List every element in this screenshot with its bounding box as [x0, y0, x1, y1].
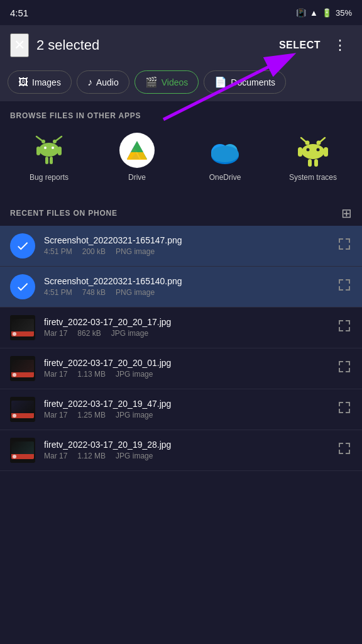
file-expand-1[interactable] [337, 236, 352, 255]
menu-button[interactable]: ⋮ [328, 35, 352, 56]
status-time: 4:51 [10, 8, 28, 18]
file-meta-1: 4:51 PM 200 kB PNG image [44, 247, 328, 256]
battery-text: 35% [336, 8, 352, 18]
tab-images-label: Images [32, 77, 61, 87]
app-item-onedrive[interactable]: OneDrive [200, 133, 250, 183]
svg-marker-19 [127, 152, 147, 160]
svg-point-6 [44, 147, 47, 149]
file-item-3[interactable]: firetv_2022-03-17_20_20_17.jpg Mar 17 86… [0, 308, 362, 348]
file-type-6: JPG image [116, 452, 153, 460]
file-time-5: Mar 17 [44, 411, 67, 419]
app-item-bug-reports[interactable]: Bug reports [24, 133, 74, 183]
tab-images[interactable]: 🖼 Images [8, 70, 72, 94]
file-expand-2[interactable] [337, 277, 352, 296]
file-name-1: Screenshot_20220321-165147.png [44, 235, 328, 245]
file-item-5[interactable]: firetv_2022-03-17_20_19_47.jpg Mar 17 1.… [0, 389, 362, 430]
file-time-4: Mar 17 [44, 370, 67, 379]
status-icons: 📳 ▲ 🔋 35% [296, 8, 352, 18]
file-expand-5[interactable] [337, 400, 352, 418]
onedrive-icon-wrap [207, 133, 243, 168]
file-thumb-5 [10, 397, 35, 422]
drive-label: Drive [128, 173, 146, 183]
svg-marker-17 [131, 141, 143, 152]
browse-section-header: BROWSE FILES IN OTHER APPS [0, 101, 362, 125]
file-checkbox-1[interactable] [10, 233, 35, 258]
file-meta-5: Mar 17 1.25 MB JPG image [44, 411, 328, 419]
file-expand-3[interactable] [337, 318, 352, 336]
images-icon: 🖼 [18, 77, 28, 88]
file-time-3: Mar 17 [44, 329, 67, 338]
videos-icon: 🎬 [145, 76, 158, 88]
svg-point-29 [307, 148, 310, 152]
select-button[interactable]: SELECT [279, 40, 321, 51]
file-item-4[interactable]: firetv_2022-03-17_20_20_01.jpg Mar 17 1.… [0, 348, 362, 389]
vibrate-icon: 📳 [296, 8, 306, 18]
file-name-6: firetv_2022-03-17_20_19_28.jpg [44, 440, 328, 450]
file-meta-3: Mar 17 862 kB JPG image [44, 329, 328, 338]
svg-line-27 [321, 138, 325, 142]
tab-videos[interactable]: 🎬 Videos [134, 70, 199, 94]
tab-audio-label: Audio [96, 77, 119, 87]
system-traces-label: System traces [289, 173, 337, 183]
file-size-5: 1.25 MB [77, 411, 106, 419]
svg-line-4 [57, 136, 62, 140]
page-wrapper: 4:51 📳 ▲ 🔋 35% ✕ 2 selected SELECT ⋮ 🖼 [0, 0, 362, 644]
svg-point-7 [52, 147, 54, 149]
file-meta-4: Mar 17 1.13 MB JPG image [44, 370, 328, 379]
file-type-5: JPG image [116, 411, 153, 419]
file-meta-6: Mar 17 1.12 MB JPG image [44, 452, 328, 460]
file-thumb-3 [10, 315, 35, 340]
file-size-3: 862 kB [77, 329, 101, 338]
file-meta-2: 4:51 PM 748 kB PNG image [44, 288, 328, 297]
file-name-4: firetv_2022-03-17_20_20_01.jpg [44, 358, 328, 368]
file-name-3: firetv_2022-03-17_20_20_17.jpg [44, 317, 328, 327]
file-list: Screenshot_20220321-165147.png 4:51 PM 2… [0, 226, 362, 471]
svg-rect-5 [39, 143, 59, 157]
file-item-6[interactable]: firetv_2022-03-17_20_19_28.jpg Mar 17 1.… [0, 430, 362, 471]
audio-icon: ♪ [87, 77, 92, 88]
svg-rect-10 [45, 157, 48, 164]
svg-rect-8 [36, 147, 40, 155]
tab-audio[interactable]: ♪ Audio [77, 70, 129, 94]
file-time-1: 4:51 PM [44, 247, 72, 256]
file-time-6: Mar 17 [44, 452, 67, 460]
status-bar: 4:51 📳 ▲ 🔋 35% [0, 0, 362, 25]
file-thumb-4 [10, 356, 35, 381]
svg-rect-31 [298, 147, 302, 157]
app-item-system-traces[interactable]: System traces [288, 133, 338, 183]
file-type-3: JPG image [111, 329, 148, 338]
drive-icon-wrap [119, 133, 155, 168]
file-item-1[interactable]: Screenshot_20220321-165147.png 4:51 PM 2… [0, 226, 362, 267]
battery-icon: 🔋 [322, 8, 332, 18]
system-traces-icon-wrap [295, 133, 331, 168]
file-size-2: 748 kB [82, 288, 106, 297]
file-size-1: 200 kB [82, 247, 106, 256]
file-thumb-6 [10, 438, 35, 463]
file-checkbox-2[interactable] [10, 274, 35, 299]
file-type-4: JPG image [116, 370, 153, 379]
recent-files-header: RECENT FILES ON PHONE ⊞ [0, 196, 362, 226]
tab-documents[interactable]: 📄 Documents [204, 70, 286, 94]
file-info-2: Screenshot_20220321-165140.png 4:51 PM 7… [44, 276, 328, 297]
tab-documents-label: Documents [231, 77, 275, 87]
documents-icon: 📄 [214, 76, 227, 88]
file-name-5: firetv_2022-03-17_20_19_47.jpg [44, 399, 328, 409]
file-info-3: firetv_2022-03-17_20_20_17.jpg Mar 17 86… [44, 317, 328, 338]
file-expand-4[interactable] [337, 359, 352, 377]
filter-tabs: 🖼 Images ♪ Audio 🎬 Videos 📄 Documents [0, 65, 362, 101]
file-expand-6[interactable] [337, 441, 352, 459]
file-item-2[interactable]: Screenshot_20220321-165140.png 4:51 PM 7… [0, 267, 362, 308]
svg-rect-28 [302, 144, 324, 159]
svg-point-23 [211, 146, 239, 162]
wifi-icon: ▲ [310, 8, 318, 18]
file-name-2: Screenshot_20220321-165140.png [44, 276, 328, 286]
svg-line-3 [36, 136, 41, 140]
grid-view-icon[interactable]: ⊞ [341, 206, 352, 221]
app-item-drive[interactable]: Drive [112, 133, 162, 183]
file-type-2: PNG image [116, 288, 155, 297]
bug-reports-icon-wrap [31, 133, 67, 168]
svg-rect-34 [314, 159, 318, 167]
close-button[interactable]: ✕ [10, 33, 29, 57]
svg-rect-9 [58, 147, 62, 155]
bug-reports-label: Bug reports [30, 173, 69, 183]
